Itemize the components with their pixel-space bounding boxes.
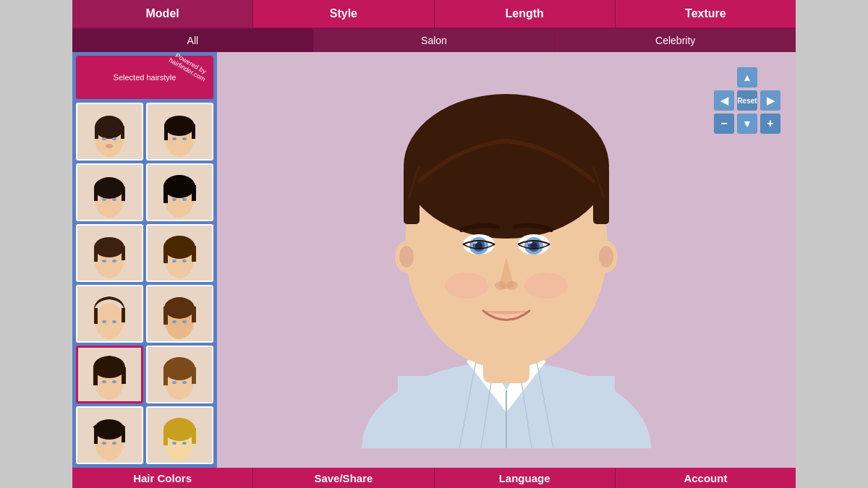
svg-rect-44 xyxy=(163,307,168,325)
face-preview-area: ▲ ◀ Reset ▶ − ▼ + xyxy=(217,52,796,468)
svg-rect-69 xyxy=(192,428,196,444)
sub-tab-all[interactable]: All xyxy=(72,29,314,52)
hair-thumb-7[interactable] xyxy=(76,285,143,343)
bottom-bar: Hair Colors Save/Share Language Account xyxy=(72,468,796,488)
main-content: Powered byhairfinder.com Selected hairst… xyxy=(72,52,796,468)
hair-thumb-10[interactable] xyxy=(146,346,213,403)
svg-point-65 xyxy=(112,442,116,445)
svg-rect-63 xyxy=(122,428,125,442)
svg-point-84 xyxy=(407,101,606,217)
svg-point-64 xyxy=(102,442,106,445)
svg-point-40 xyxy=(102,320,106,323)
svg-point-5 xyxy=(112,137,116,140)
hair-thumb-5[interactable] xyxy=(76,224,143,282)
svg-point-104 xyxy=(599,246,613,267)
nav-controls: ▲ ◀ Reset ▶ − ▼ + xyxy=(713,67,781,134)
nav-empty-topright xyxy=(760,67,780,87)
svg-point-23 xyxy=(172,198,176,201)
tab-style[interactable]: Style xyxy=(253,0,434,27)
nav-plus-button[interactable]: + xyxy=(760,114,780,134)
svg-point-37 xyxy=(95,303,124,339)
svg-rect-62 xyxy=(94,428,98,444)
svg-rect-51 xyxy=(122,367,126,384)
svg-rect-38 xyxy=(94,308,98,324)
hair-thumb-3[interactable] xyxy=(76,163,143,221)
svg-point-47 xyxy=(182,320,187,323)
svg-point-53 xyxy=(112,380,116,383)
svg-point-67 xyxy=(163,418,195,441)
svg-rect-10 xyxy=(192,124,195,139)
svg-point-32 xyxy=(163,236,195,259)
hair-thumb-8[interactable] xyxy=(146,285,213,343)
nav-minus-button[interactable]: − xyxy=(714,114,734,134)
svg-point-18 xyxy=(112,198,116,201)
svg-point-35 xyxy=(172,260,176,262)
hair-thumb-2[interactable] xyxy=(146,103,213,160)
sub-tab-salon[interactable]: Salon xyxy=(314,29,556,52)
svg-point-70 xyxy=(172,442,176,445)
nav-right-button[interactable]: ▶ xyxy=(760,90,780,111)
svg-point-1 xyxy=(95,116,124,139)
tab-length[interactable]: Length xyxy=(435,0,616,27)
svg-point-24 xyxy=(182,198,187,201)
svg-point-102 xyxy=(399,246,414,267)
selected-hairstyle-label: Selected hairstyle xyxy=(114,73,176,82)
tab-texture[interactable]: Texture xyxy=(616,0,796,27)
svg-rect-56 xyxy=(163,367,168,385)
svg-rect-34 xyxy=(192,246,196,262)
svg-point-41 xyxy=(112,320,116,323)
tab-model[interactable]: Model xyxy=(72,0,253,27)
svg-rect-22 xyxy=(192,185,196,201)
svg-point-46 xyxy=(172,320,176,323)
svg-rect-2 xyxy=(95,126,98,139)
svg-rect-68 xyxy=(163,428,168,445)
svg-point-58 xyxy=(172,381,176,384)
nav-down-button[interactable]: ▼ xyxy=(737,114,757,134)
svg-point-17 xyxy=(102,198,106,201)
svg-point-36 xyxy=(182,260,187,262)
hair-thumb-9[interactable] xyxy=(76,346,143,403)
svg-point-98 xyxy=(506,281,518,290)
sub-tab-celebrity[interactable]: Celebrity xyxy=(555,29,796,52)
save-share-button[interactable]: Save/Share xyxy=(253,468,434,488)
svg-point-4 xyxy=(102,137,106,140)
svg-point-100 xyxy=(524,273,568,299)
svg-rect-57 xyxy=(192,367,196,384)
svg-rect-27 xyxy=(94,246,98,262)
svg-rect-33 xyxy=(163,246,168,263)
hair-thumb-4[interactable] xyxy=(146,163,213,221)
hair-colors-button[interactable]: Hair Colors xyxy=(72,468,253,488)
svg-rect-45 xyxy=(192,307,196,322)
svg-point-30 xyxy=(112,260,116,262)
svg-rect-9 xyxy=(164,124,168,140)
svg-point-12 xyxy=(182,137,187,140)
hair-thumb-11[interactable] xyxy=(76,406,143,464)
account-button[interactable]: Account xyxy=(616,468,796,488)
svg-rect-39 xyxy=(122,308,125,322)
nav-up-button[interactable]: ▲ xyxy=(737,67,757,87)
svg-rect-3 xyxy=(121,126,124,139)
app: Model Style Length Texture All Salon Cel… xyxy=(72,0,796,488)
svg-point-99 xyxy=(445,273,488,299)
svg-rect-28 xyxy=(122,246,125,260)
nav-reset-button[interactable]: Reset xyxy=(737,90,757,111)
language-button[interactable]: Language xyxy=(435,468,616,488)
svg-point-97 xyxy=(495,281,506,290)
sub-tabs-container: All Salon Celebrity xyxy=(72,29,796,52)
sidebar-header: Powered byhairfinder.com Selected hairst… xyxy=(76,56,213,99)
svg-point-6 xyxy=(106,144,113,148)
svg-point-20 xyxy=(163,175,195,198)
hair-thumb-6[interactable] xyxy=(146,224,213,282)
hair-thumb-12[interactable] xyxy=(146,406,213,464)
svg-point-71 xyxy=(182,442,187,445)
svg-rect-50 xyxy=(93,367,98,385)
nav-left-button[interactable]: ◀ xyxy=(714,90,734,111)
hair-thumb-1[interactable] xyxy=(76,103,143,160)
thumbnails-grid xyxy=(76,103,213,464)
svg-rect-16 xyxy=(122,187,125,201)
nav-empty-topleft xyxy=(714,67,734,87)
svg-point-55 xyxy=(163,357,195,380)
svg-point-52 xyxy=(102,380,106,383)
svg-point-29 xyxy=(102,260,106,262)
top-tabs-container: Model Style Length Texture xyxy=(72,0,796,29)
